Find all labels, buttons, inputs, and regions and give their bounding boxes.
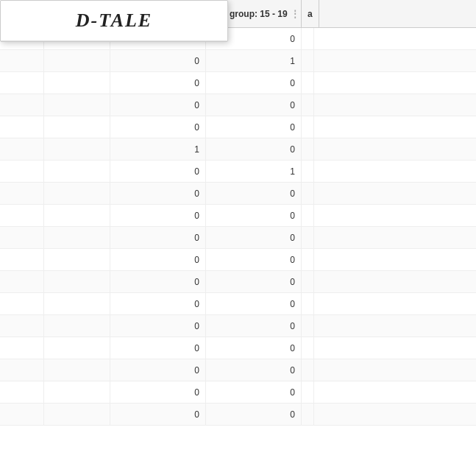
table-cell — [302, 293, 314, 314]
table-cell — [0, 72, 44, 94]
table-cell — [302, 50, 314, 71]
table-cell — [44, 161, 110, 182]
table-cell — [44, 381, 110, 403]
table-cell: 0 — [110, 50, 206, 71]
table-cell — [0, 50, 44, 71]
table-body: 100000100000010010000000000000000000000 — [0, 28, 476, 426]
table-cell — [0, 271, 44, 292]
table-cell — [0, 116, 44, 138]
table-row: 00 — [0, 72, 476, 94]
table-cell: 0 — [110, 315, 206, 337]
table-cell: 0 — [206, 205, 302, 226]
col-separator-2: ⋮ — [291, 9, 299, 19]
table-cell: 0 — [206, 249, 302, 270]
table-cell: 0 — [206, 404, 302, 425]
table-cell: 0 — [206, 183, 302, 204]
table-cell — [44, 404, 110, 425]
table-cell — [302, 94, 314, 116]
table-cell: 0 — [110, 183, 206, 204]
table-cell — [44, 271, 110, 292]
table-cell — [302, 359, 314, 381]
table-cell — [0, 227, 44, 248]
table-row: 01 — [0, 161, 476, 183]
table-cell — [302, 227, 314, 248]
table-cell — [0, 249, 44, 270]
dtale-logo: D-TALE — [1, 1, 227, 41]
table-cell — [302, 381, 314, 403]
table-cell: 0 — [206, 138, 302, 160]
table-row: 00 — [0, 116, 476, 138]
table-cell — [44, 249, 110, 270]
table-cell — [302, 28, 314, 49]
table-row: 00 — [0, 404, 476, 426]
table-cell: 0 — [206, 293, 302, 314]
table-cell — [44, 337, 110, 359]
table-cell — [302, 116, 314, 138]
table-row: 00 — [0, 315, 476, 337]
table-cell: 0 — [206, 337, 302, 359]
table-cell: 1 — [110, 138, 206, 160]
table-cell — [0, 138, 44, 160]
table-cell: 0 — [110, 161, 206, 182]
table-cell — [44, 227, 110, 248]
col-header-a[interactable]: a — [302, 0, 319, 27]
table-cell — [302, 337, 314, 359]
table-cell — [0, 381, 44, 403]
table-cell — [44, 50, 110, 71]
table-cell — [44, 138, 110, 160]
table-row: 00 — [0, 227, 476, 249]
table-cell: 0 — [206, 381, 302, 403]
table-cell — [0, 94, 44, 116]
table-cell: 0 — [110, 205, 206, 226]
table-cell — [0, 359, 44, 381]
table-cell: 0 — [110, 227, 206, 248]
table-cell — [0, 337, 44, 359]
table-cell — [302, 404, 314, 425]
table-cell: 0 — [110, 271, 206, 292]
table-cell: 0 — [206, 359, 302, 381]
table-cell — [0, 205, 44, 226]
table-cell — [302, 315, 314, 337]
table-cell — [44, 315, 110, 337]
table-cell: 0 — [110, 359, 206, 381]
table-cell — [302, 72, 314, 94]
table-cell — [44, 72, 110, 94]
table-cell — [44, 116, 110, 138]
table-row: 00 — [0, 249, 476, 271]
table-cell: 0 — [110, 337, 206, 359]
table-cell: 0 — [206, 116, 302, 138]
table-row: 00 — [0, 359, 476, 381]
table-cell — [44, 205, 110, 226]
table-cell — [302, 271, 314, 292]
table-cell — [302, 205, 314, 226]
table-cell — [0, 183, 44, 204]
table-cell: 0 — [110, 381, 206, 403]
table-row: 00 — [0, 337, 476, 359]
table-cell: 0 — [206, 227, 302, 248]
table-cell: 0 — [110, 94, 206, 116]
table-cell: 0 — [110, 293, 206, 314]
table-row: 00 — [0, 381, 476, 404]
table-cell: 1 — [206, 50, 302, 71]
table-cell — [44, 183, 110, 204]
table-cell — [302, 249, 314, 270]
table-row: 00 — [0, 205, 476, 227]
table-cell — [302, 138, 314, 160]
table-row: 00 — [0, 94, 476, 116]
table-cell: 0 — [110, 404, 206, 425]
table-cell — [302, 183, 314, 204]
table-cell — [44, 94, 110, 116]
table-cell: 0 — [110, 72, 206, 94]
table-cell — [0, 315, 44, 337]
table-cell — [44, 359, 110, 381]
table-cell: 0 — [206, 271, 302, 292]
table-cell — [302, 161, 314, 182]
table-row: 00 — [0, 293, 476, 315]
table-cell: 1 — [206, 161, 302, 182]
dropdown-menu: D-TALE — [0, 0, 228, 42]
table-cell — [0, 404, 44, 425]
table-area: ▶ 100 personId ⋮ age group: 10 - 14 ⋮ ag… — [0, 0, 476, 472]
table-row: 00 — [0, 271, 476, 293]
table-cell: 0 — [110, 116, 206, 138]
table-row: 01 — [0, 50, 476, 72]
